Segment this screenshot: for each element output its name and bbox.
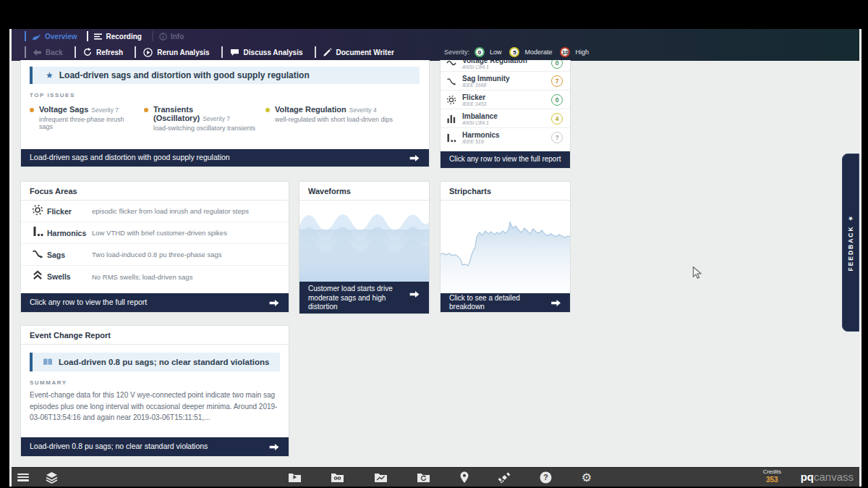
standards-footer-link[interactable]: Click any row to view the full report xyxy=(441,151,570,168)
focus-row-sags[interactable]: Sags Two load-induced 0.8 pu three-phase… xyxy=(21,244,289,266)
report-book-icon xyxy=(43,358,53,366)
issue-name: Transients (Oscillatory) xyxy=(153,105,200,122)
standards-footer-text: Click any row to view the full report xyxy=(449,155,561,164)
focus-row-desc: Low VTHD with brief customer-driven spik… xyxy=(92,229,227,237)
top-issues-label: TOP ISSUES xyxy=(30,92,75,98)
gear-icon: ⚙ xyxy=(582,471,592,484)
waveforms-footer-text: Customer load starts drive moderate sags… xyxy=(308,285,401,312)
focus-areas-title: Focus Areas xyxy=(21,182,289,201)
arrow-right-icon xyxy=(551,299,561,307)
severity-dot xyxy=(144,108,148,112)
credits-value: 353 xyxy=(763,476,781,484)
standards-row-sag-immunity[interactable]: Sag Immunity IEEE 1668 7 xyxy=(441,72,570,91)
summary-label: SUMMARY xyxy=(30,379,67,386)
standards-badge: 0 xyxy=(551,94,563,106)
standards-row-imbalance[interactable]: Imbalance ANSI C84.1 4 xyxy=(441,109,570,128)
stripcharts-footer-text: Click to see a detailed breakdown xyxy=(449,294,551,312)
waveforms-footer-link[interactable]: Customer load starts drive moderate sags… xyxy=(299,282,429,314)
refresh-icon xyxy=(83,48,92,56)
harmonics-icon xyxy=(28,226,47,240)
event-banner-text: Load-driven 0.8 pu sags; no clear standa… xyxy=(59,358,269,366)
summary-footer-link[interactable]: Load-driven sags and distortion with goo… xyxy=(21,149,429,167)
pencil-icon xyxy=(323,48,332,56)
refresh-button[interactable]: Refresh xyxy=(75,46,135,58)
event-change-report-card: Event Change Report Load-driven 0.8 pu s… xyxy=(20,325,289,457)
standards-row-voltage-regulation[interactable]: Voltage Regulation ANSI C84.1 0 xyxy=(441,60,570,72)
issue-severity: Severity 4 xyxy=(349,106,377,114)
standards-row-name: Sag Immunity xyxy=(462,75,551,83)
focus-footer-text: Click any row to view the full report xyxy=(30,298,147,307)
waveforms-card: Waveforms Customer load starts xyxy=(299,181,430,314)
video-frame: Overview Recording Info Back Refre xyxy=(0,0,868,488)
credits-indicator: Credits 353 xyxy=(763,469,781,484)
app-wave-icon xyxy=(32,33,41,41)
focus-row-name: Harmonics xyxy=(47,229,92,237)
waveforms-thumbnail[interactable] xyxy=(299,201,429,282)
rerun-analysis-label: Rerun Analysis xyxy=(157,49,209,56)
tab-info[interactable]: Info xyxy=(152,31,194,41)
standards-row-standard: ANSI C84.1 xyxy=(462,120,551,125)
feedback-tab[interactable]: FEEDBACK ★ xyxy=(842,153,859,332)
standards-row-name: Harmonics xyxy=(462,131,551,139)
location-button[interactable] xyxy=(460,471,469,484)
focus-row-swells[interactable]: Swells No RMS swells; load-driven sags xyxy=(21,266,289,287)
back-button[interactable]: Back xyxy=(25,46,75,58)
focus-row-flicker[interactable]: Flicker episodic flicker from load inrus… xyxy=(21,201,289,222)
issue-name: Voltage Sags xyxy=(39,105,88,114)
issue-desc: load-switching oscillatory transients xyxy=(153,125,257,132)
back-arrow-icon xyxy=(33,49,41,56)
harmonics-icon xyxy=(446,133,462,143)
top-issues-list: Voltage SagsSeverity 7 infrequent three-… xyxy=(30,105,423,132)
stripcharts-title: Stripcharts xyxy=(441,182,570,201)
sag-curve-icon xyxy=(446,77,462,85)
tab-recording-label: Recording xyxy=(106,33,141,41)
focus-areas-card: Focus Areas Flicker episodic flicker fro… xyxy=(20,181,289,313)
discuss-analysis-button[interactable]: Discuss Analysis xyxy=(221,46,315,58)
back-label: Back xyxy=(46,49,63,56)
focus-footer-link[interactable]: Click any row to view the full report xyxy=(21,293,289,312)
settings-button[interactable]: ⚙ xyxy=(582,471,592,484)
standards-row-harmonics[interactable]: Harmonics IEEE 519 ? xyxy=(441,128,570,147)
help-icon: ? xyxy=(540,471,552,484)
focus-row-name: Flicker xyxy=(47,207,92,216)
severity-label: Severity: xyxy=(444,49,469,56)
stripcharts-footer-link[interactable]: Click to see a detailed breakdown xyxy=(441,293,570,312)
issue-voltage-sags: Voltage SagsSeverity 7 infrequent three-… xyxy=(30,105,131,132)
severity-high-badge: 10 xyxy=(560,47,570,57)
summary-card: ★ Load-driven sags and distortion with g… xyxy=(20,60,430,167)
flicker-sun-icon xyxy=(446,95,462,105)
satellite-button[interactable] xyxy=(498,471,511,484)
arrow-right-icon xyxy=(409,154,420,162)
focus-row-harmonics[interactable]: Harmonics Low VTHD with brief customer-d… xyxy=(21,222,289,244)
folder-events-button[interactable] xyxy=(288,472,302,483)
document-writer-button[interactable]: Document Writer xyxy=(315,46,406,58)
stripcharts-thumbnail[interactable] xyxy=(441,201,570,293)
severity-legend: Severity: 0 Low 5 Moderate 10 High xyxy=(444,43,592,61)
folder-charts-button[interactable] xyxy=(374,472,388,483)
event-footer-link[interactable]: Load-driven 0.8 pu sags; no clear standa… xyxy=(21,437,289,456)
discuss-analysis-label: Discuss Analysis xyxy=(244,49,303,56)
folder-chart-icon xyxy=(374,472,388,483)
standards-badge: 7 xyxy=(551,75,563,87)
top-nav-bar: Overview Recording Info xyxy=(12,29,859,43)
severity-low-label: Low xyxy=(490,49,502,56)
issue-transients: Transients (Oscillatory)Severity 7 load-… xyxy=(144,105,257,132)
folder-sync-button[interactable] xyxy=(417,472,430,483)
help-button[interactable]: ? xyxy=(540,471,552,484)
layers-button[interactable] xyxy=(45,471,59,484)
standards-badge: 0 xyxy=(551,60,563,69)
standards-row-name: Imbalance xyxy=(462,112,551,120)
issue-name: Voltage Regulation xyxy=(275,105,346,114)
severity-dot xyxy=(265,108,270,112)
severity-low-badge: 0 xyxy=(475,47,485,57)
folder-recordings-button[interactable] xyxy=(331,472,344,483)
tab-recording[interactable]: Recording xyxy=(87,31,151,41)
menu-button[interactable] xyxy=(17,474,29,481)
arrow-right-icon xyxy=(409,290,420,298)
layers-icon xyxy=(45,471,59,484)
rerun-analysis-button[interactable]: Rerun Analysis xyxy=(135,46,221,58)
focus-row-desc: Two load-induced 0.8 pu three-phase sags xyxy=(92,251,222,258)
tab-overview[interactable]: Overview xyxy=(25,31,87,41)
standards-row-flicker[interactable]: Flicker IEEE 1453 0 xyxy=(441,91,570,109)
standards-row-name: Flicker xyxy=(462,93,551,101)
